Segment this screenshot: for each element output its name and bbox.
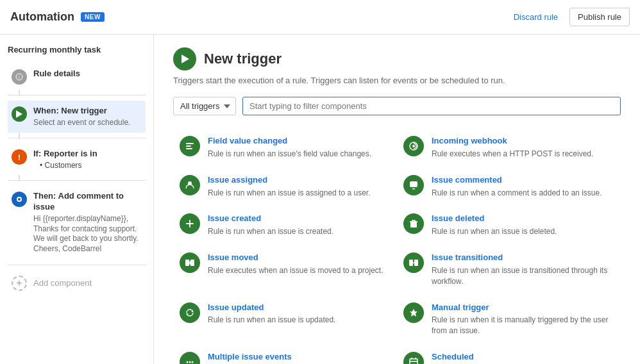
trigger-item-manual-trigger[interactable]: Manual trigger Rule is run when it is ma… [397,295,621,344]
issue-deleted-title: Issue deleted [432,213,614,224]
svg-marker-5 [181,54,189,63]
field-value-changed-desc: Rule is run when an issue's field value … [208,149,391,160]
sidebar-divider-4 [8,265,146,265]
trigger-item-multiple-issue-events[interactable]: Multiple issue events Rule is run when o… [173,344,397,364]
issue-deleted-desc: Rule is run when an issue is deleted. [432,226,614,237]
svg-rect-6 [186,143,194,144]
svg-marker-2 [16,110,22,118]
issue-created-content: Issue created Rule is run when an issue … [208,213,391,237]
issue-created-desc: Rule is run when an issue is created. [208,226,391,237]
content-header: New trigger [173,47,621,70]
multiple-issue-events-content: Multiple issue events Rule is run when o… [208,352,391,364]
issue-commented-desc: Rule is run when a comment is added to a… [432,188,614,199]
sidebar-item-when-trigger[interactable]: When: New trigger Select an event or sch… [8,101,146,133]
trigger-item-scheduled[interactable]: ● Scheduled Executes rule on a schedule:… [397,344,621,364]
content-title: New trigger [204,51,282,67]
then-comment-label: Then: Add comment to issue [33,191,142,213]
sidebar-item-rule-details[interactable]: i Rule details [8,63,146,90]
issue-moved-content: Issue moved Rule executes when an issue … [208,252,391,276]
multiple-issue-events-title: Multiple issue events [208,352,391,363]
issue-updated-content: Issue updated Rule is run when an issue … [208,302,391,326]
issue-moved-desc: Rule executes when an issue is moved to … [208,265,391,276]
discard-rule-button[interactable]: Discard rule [507,8,564,26]
app-title: Automation [10,10,74,24]
trigger-item-issue-created[interactable]: Issue created Rule is run when an issue … [173,206,397,245]
trigger-grid: Field value changed Rule is run when an … [173,128,621,364]
multiple-issue-events-icon [180,352,200,364]
content-trigger-icon [173,47,196,70]
sidebar-item-if-reporter[interactable]: ! If: Reporter is in • Customers [8,144,146,175]
trigger-item-field-value-changed[interactable]: Field value changed Rule is run when an … [173,128,397,167]
trigger-item-issue-deleted[interactable]: Issue deleted Rule is run when an issue … [397,206,621,245]
field-value-changed-title: Field value changed [208,136,391,147]
issue-commented-title: Issue commented [432,175,614,186]
incoming-webhook-desc: Rule executes when a HTTP POST is receiv… [432,149,614,160]
svg-point-17 [187,361,189,363]
svg-point-4 [18,198,21,201]
sidebar-divider-3 [8,180,146,181]
trigger-item-issue-assigned[interactable]: Issue assigned Rule is run when an issue… [173,167,397,206]
svg-rect-8 [186,148,192,149]
if-reporter-icon: ! [12,149,27,165]
svg-text:i: i [19,74,20,80]
issue-deleted-icon [403,213,424,234]
issue-updated-desc: Rule is run when an issue is updated. [208,315,391,326]
trigger-item-issue-commented[interactable]: Issue commented Rule is run when a comme… [397,167,621,206]
svg-rect-12 [410,222,417,228]
issue-transitioned-title: Issue transitioned [432,252,614,263]
field-value-changed-icon [180,136,200,156]
rule-details-content: Rule details [33,69,142,79]
content-subtitle: Triggers start the execution of a rule. … [173,76,621,85]
sidebar-item-then-comment[interactable]: Then: Add comment to issue Hi {{reporter… [8,186,146,259]
then-comment-icon [12,192,27,207]
issue-assigned-icon [180,175,200,195]
main-layout: Recurring monthly task i Rule details Wh… [0,35,640,364]
when-trigger-sublabel: Select an event or schedule. [33,118,142,128]
if-reporter-bullet: • Customers [33,161,142,170]
publish-rule-button[interactable]: Publish rule [569,8,630,26]
trigger-item-incoming-webhook[interactable]: Incoming webhook Rule executes when a HT… [397,128,621,167]
header-actions: Discard rule Publish rule [507,8,630,26]
trigger-item-issue-transitioned[interactable]: Issue transitioned Rule is run when an i… [397,245,621,294]
scheduled-content: Scheduled Executes rule on a schedule: R… [432,352,614,364]
svg-rect-11 [410,181,417,187]
scheduled-title: Scheduled [432,352,614,363]
rule-title: Recurring monthly task [8,45,146,54]
trigger-filter-input[interactable] [242,97,621,115]
manual-trigger-icon [403,302,424,323]
if-reporter-content: If: Reporter is in • Customers [33,149,142,170]
manual-trigger-content: Manual trigger Rule is run when it is ma… [432,302,614,336]
issue-assigned-title: Issue assigned [208,175,391,186]
svg-rect-7 [186,145,191,147]
then-comment-content: Then: Add comment to issue Hi {{reporter… [33,191,142,254]
new-badge: NEW [81,12,105,22]
add-component-label: Add component [33,278,92,288]
issue-transitioned-icon [403,252,424,273]
trigger-filter-select[interactable]: All triggers [173,97,236,115]
trigger-item-issue-moved[interactable]: Issue moved Rule executes when an issue … [173,245,397,294]
svg-point-9 [412,145,415,147]
issue-transitioned-desc: Rule is run when an issue is transitione… [432,265,614,287]
trigger-item-issue-updated[interactable]: Issue updated Rule is run when an issue … [173,295,397,344]
incoming-webhook-icon [403,136,424,156]
add-component-button[interactable]: + Add component [8,270,146,296]
filter-row: All triggers [173,97,621,115]
issue-created-icon [180,213,200,234]
rule-details-label: Rule details [33,69,142,79]
svg-point-19 [192,361,194,363]
when-trigger-label: When: New trigger [33,106,142,117]
issue-updated-title: Issue updated [208,302,391,313]
header-left: Automation NEW [10,10,105,24]
sidebar: Recurring monthly task i Rule details Wh… [0,35,154,364]
content-area: New trigger Triggers start the execution… [154,35,640,364]
issue-assigned-desc: Rule is run when an issue is assigned to… [208,188,391,199]
issue-commented-icon [403,175,424,195]
sidebar-divider-2 [8,138,146,138]
issue-assigned-content: Issue assigned Rule is run when an issue… [208,175,391,199]
issue-commented-content: Issue commented Rule is run when a comme… [432,175,614,199]
field-value-changed-content: Field value changed Rule is run when an … [208,136,391,160]
then-comment-sublabel: Hi {{reporter.displayName}}, Thanks for … [33,214,142,254]
sidebar-divider-1 [8,95,146,95]
app-header: Automation NEW Discard rule Publish rule [0,0,640,35]
incoming-webhook-title: Incoming webhook [432,136,614,147]
